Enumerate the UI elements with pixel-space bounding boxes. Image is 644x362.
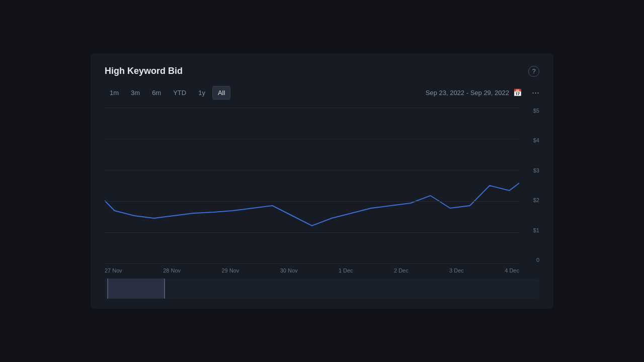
x-label: 28 Nov bbox=[163, 267, 181, 274]
x-label: 29 Nov bbox=[221, 267, 239, 274]
grid-line-5 bbox=[105, 108, 519, 108]
y-label-2: $2 bbox=[522, 197, 539, 203]
chart-title: High Keyword Bid bbox=[105, 66, 183, 76]
line-chart-svg bbox=[105, 108, 519, 263]
grid-line-4 bbox=[105, 139, 519, 139]
y-label-4: $4 bbox=[522, 137, 539, 143]
card-header: High Keyword Bid ? bbox=[105, 66, 539, 77]
filter-btn-ytd[interactable]: YTD bbox=[168, 86, 191, 99]
y-label-3: $3 bbox=[522, 167, 539, 173]
filter-btn-1m[interactable]: 1m bbox=[105, 86, 124, 99]
x-label: 27 Nov bbox=[105, 267, 122, 274]
chart-area bbox=[105, 108, 519, 263]
calendar-icon[interactable]: 📅 bbox=[513, 88, 522, 97]
filter-btn-1y[interactable]: 1y bbox=[193, 86, 210, 99]
y-label-1: $1 bbox=[522, 227, 539, 233]
minimap[interactable] bbox=[105, 279, 539, 299]
y-label-0: 0 bbox=[522, 257, 539, 263]
grid-line-3 bbox=[105, 170, 519, 170]
chart-line bbox=[105, 183, 519, 226]
help-icon[interactable]: ? bbox=[528, 66, 539, 77]
grid-line-1 bbox=[105, 232, 519, 233]
time-filters: 1m3m6mYTD1yAll bbox=[105, 86, 230, 100]
x-label: 2 Dec bbox=[394, 267, 409, 274]
y-axis-labels: $5 $4 $3 $2 $1 0 bbox=[522, 108, 539, 263]
x-label: 4 Dec bbox=[505, 267, 519, 274]
date-range-text: Sep 23, 2022 - Sep 29, 2022 bbox=[426, 89, 509, 97]
y-label-5: $5 bbox=[522, 108, 539, 114]
x-label: 30 Nov bbox=[280, 267, 298, 274]
chart-container: $5 $4 $3 $2 $1 0 bbox=[105, 108, 539, 263]
filter-btn-6m[interactable]: 6m bbox=[147, 86, 166, 99]
filter-btn-all[interactable]: All bbox=[212, 86, 230, 100]
grid-line-0 bbox=[105, 263, 519, 264]
x-axis-labels: 27 Nov28 Nov29 Nov30 Nov1 Dec2 Dec3 Dec4… bbox=[105, 267, 539, 274]
chart-card: High Keyword Bid ? 1m3m6mYTD1yAll Sep 23… bbox=[91, 54, 553, 309]
date-range[interactable]: Sep 23, 2022 - Sep 29, 2022 📅 bbox=[426, 88, 522, 97]
minimap-selection[interactable] bbox=[107, 279, 165, 299]
filter-btn-3m[interactable]: 3m bbox=[126, 86, 145, 99]
x-label: 1 Dec bbox=[339, 267, 353, 274]
x-label: 3 Dec bbox=[449, 267, 464, 274]
controls-row: 1m3m6mYTD1yAll Sep 23, 2022 - Sep 29, 20… bbox=[105, 86, 539, 100]
grid-line-2 bbox=[105, 201, 519, 202]
more-options-icon[interactable]: ··· bbox=[532, 87, 539, 98]
